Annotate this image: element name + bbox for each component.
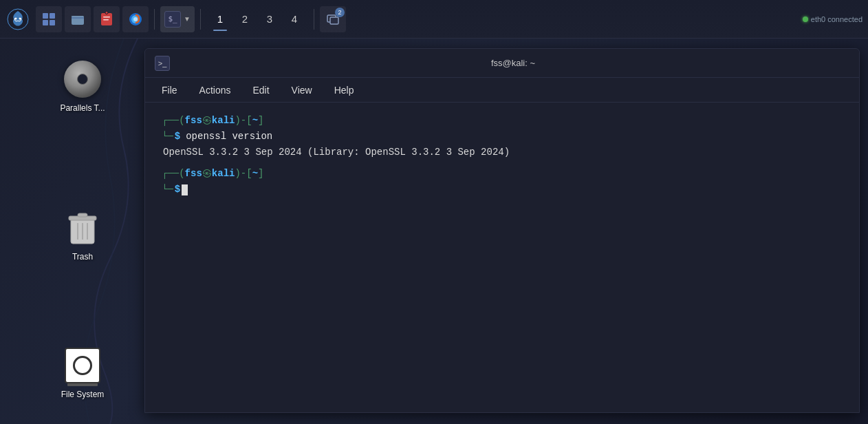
tab-2[interactable]: 2 bbox=[232, 6, 257, 32]
taskbar-firefox[interactable] bbox=[122, 6, 149, 32]
desktop-icon-filesystem[interactable]: File System bbox=[52, 341, 113, 403]
terminal-launcher[interactable]: $_ ▼ bbox=[160, 6, 195, 32]
output-line-1: OpenSSL 3.3.2 3 Sep 2024 (Library: OpenS… bbox=[162, 145, 843, 160]
tab-3[interactable]: 3 bbox=[257, 6, 282, 32]
taskbar-separator-3 bbox=[314, 9, 314, 30]
kali-logo-button[interactable] bbox=[6, 7, 30, 32]
taskbar-separator-1 bbox=[154, 9, 155, 30]
parallels-disc bbox=[64, 61, 101, 98]
menu-help[interactable]: Help bbox=[332, 82, 357, 98]
svg-point-14 bbox=[133, 17, 138, 21]
filesys-icon-box bbox=[65, 348, 100, 383]
prompt-line-2a: ┌──(fss㉿kali)-[~] bbox=[162, 167, 843, 181]
taskbar-app-manager[interactable] bbox=[36, 6, 62, 32]
filesystem-icon-label: File System bbox=[61, 390, 105, 399]
terminal-menubar: File Actions Edit View Help bbox=[145, 78, 859, 103]
trash-icon-label: Trash bbox=[72, 252, 93, 262]
terminal-launcher-arrow: ▼ bbox=[184, 15, 191, 23]
tab-group: 1 2 3 4 bbox=[208, 6, 307, 32]
trash-icon-img bbox=[63, 208, 102, 248]
prompt-line-2b: └─$ bbox=[162, 182, 843, 197]
svg-rect-10 bbox=[103, 17, 110, 18]
desktop-icon-parallels[interactable]: Parallels T... bbox=[52, 55, 113, 117]
prompt-line-1a: ┌──(fss㉿kali)-[~] bbox=[162, 114, 843, 128]
filesystem-icon-img bbox=[63, 346, 102, 385]
taskbar-file-manager[interactable] bbox=[65, 6, 91, 32]
taskbar-separator-2 bbox=[200, 9, 201, 30]
filesys-base bbox=[67, 383, 98, 386]
desktop-icon-trash[interactable]: Trash bbox=[52, 204, 113, 266]
svg-rect-19 bbox=[78, 213, 87, 217]
terminal-titlebar: >_ fss@kali: ~ bbox=[145, 49, 859, 78]
svg-rect-6 bbox=[50, 20, 55, 25]
svg-rect-4 bbox=[50, 13, 55, 19]
tab-1[interactable]: 1 bbox=[208, 6, 232, 32]
filesys-circle bbox=[73, 356, 92, 375]
taskbar: $_ ▼ 1 2 3 4 2 eth0 connected bbox=[0, 0, 868, 39]
terminal-content[interactable]: ┌──(fss㉿kali)-[~] └─$openssl version Ope… bbox=[145, 103, 859, 412]
svg-point-2 bbox=[19, 17, 21, 19]
prompt-line-1b: └─$openssl version bbox=[162, 129, 843, 144]
network-text: eth0 connected bbox=[811, 15, 862, 23]
taskbar-notes[interactable] bbox=[94, 6, 120, 32]
desktop: $_ ▼ 1 2 3 4 2 eth0 connected bbox=[0, 0, 868, 424]
parallels-icon-img bbox=[63, 59, 102, 99]
menu-view[interactable]: View bbox=[289, 82, 315, 98]
menu-edit[interactable]: Edit bbox=[250, 82, 272, 98]
terminal-launcher-icon: $_ bbox=[164, 11, 181, 28]
svg-rect-3 bbox=[43, 13, 48, 19]
terminal-title-icon: >_ bbox=[155, 56, 170, 71]
svg-rect-5 bbox=[43, 20, 48, 25]
terminal-title-text: fss@kali: ~ bbox=[177, 58, 849, 68]
svg-point-9 bbox=[105, 12, 108, 14]
terminal-window: >_ fss@kali: ~ File Actions Edit View He… bbox=[144, 48, 860, 413]
window-badge: 2 bbox=[335, 8, 345, 17]
network-led bbox=[803, 17, 808, 22]
svg-rect-16 bbox=[330, 17, 338, 24]
menu-file[interactable]: File bbox=[159, 82, 180, 98]
svg-rect-11 bbox=[103, 19, 109, 21]
command-1: openssl version bbox=[186, 129, 272, 144]
menu-actions[interactable]: Actions bbox=[197, 82, 234, 98]
taskbar-right: eth0 connected bbox=[803, 15, 862, 23]
svg-point-1 bbox=[15, 17, 17, 19]
terminal-cursor bbox=[182, 184, 188, 195]
tab-4[interactable]: 4 bbox=[282, 6, 307, 32]
network-indicator: eth0 connected bbox=[803, 15, 862, 23]
window-switcher-button[interactable]: 2 bbox=[320, 6, 346, 32]
parallels-icon-label: Parallels T... bbox=[60, 103, 105, 113]
